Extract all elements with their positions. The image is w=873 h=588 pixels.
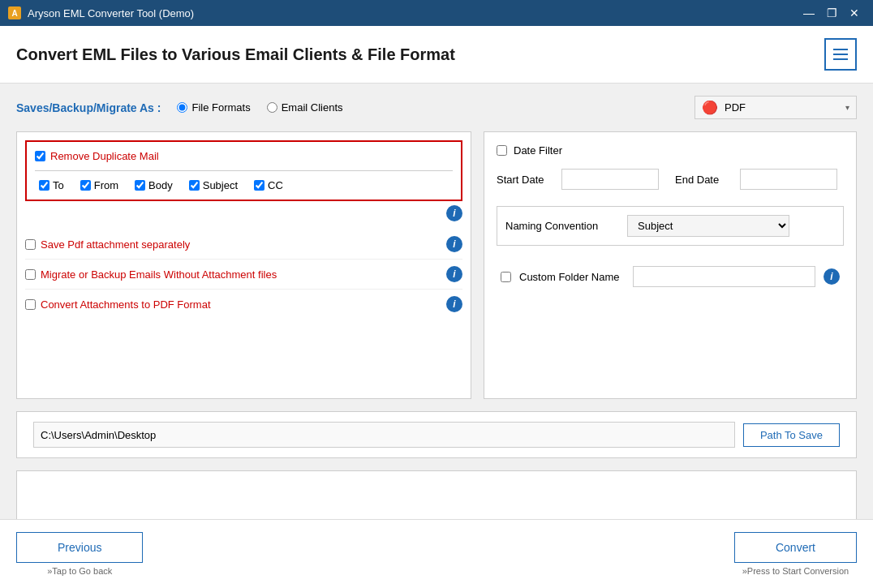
app-icon: A — [8, 6, 21, 19]
separator — [35, 170, 453, 171]
end-date-label: End Date — [675, 174, 732, 186]
save-pdf-label[interactable]: Save Pdf attachment separately — [41, 238, 190, 251]
convert-btn[interactable]: Convert — [734, 532, 857, 563]
to-checkbox[interactable] — [39, 180, 49, 191]
date-filter-row: Date Filter — [497, 144, 844, 157]
body-checkbox[interactable] — [135, 180, 145, 191]
option-migrate: Migrate or Backup Emails Without Attachm… — [25, 260, 462, 290]
start-date-label: Start Date — [497, 174, 553, 186]
email-clients-radio[interactable] — [267, 102, 277, 113]
subject-checkbox[interactable] — [189, 180, 200, 191]
page-title: Convert EML Files to Various Email Clien… — [16, 45, 455, 64]
save-pdf-checkbox[interactable] — [25, 239, 36, 250]
main-content: Saves/Backup/Migrate As : File Formats E… — [0, 84, 873, 556]
path-section: Path To Save — [16, 411, 857, 458]
minimize-btn[interactable]: — — [798, 5, 819, 21]
saves-as-label: Saves/Backup/Migrate As : — [16, 101, 161, 114]
right-panel: Date Filter Start Date End Date Naming C… — [484, 131, 857, 399]
custom-folder-info-btn[interactable]: i — [824, 268, 840, 285]
end-date-input[interactable] — [740, 169, 837, 190]
previous-btn[interactable]: Previous — [16, 532, 143, 563]
duplicate-header: Remove Duplicate Mail — [35, 150, 453, 162]
migrate-checkbox[interactable] — [25, 269, 36, 280]
pdf-icon: 🔴 — [702, 100, 718, 115]
cc-checkbox[interactable] — [254, 180, 264, 191]
convert-attachments-info-btn[interactable]: i — [446, 296, 462, 312]
duplicate-mail-section: Remove Duplicate Mail To From Body — [25, 140, 462, 201]
close-btn[interactable]: ✕ — [844, 5, 865, 21]
duplicate-fields-row: To From Body Subject — [35, 179, 453, 191]
hamburger-menu-btn[interactable] — [824, 38, 857, 71]
custom-folder-checkbox[interactable] — [501, 272, 511, 282]
left-panel: Remove Duplicate Mail To From Body — [16, 131, 471, 399]
date-filter-label[interactable]: Date Filter — [514, 144, 562, 157]
format-dropdown[interactable]: 🔴 PDF ▾ — [695, 96, 857, 119]
save-path-input[interactable] — [33, 422, 735, 448]
naming-convention-select[interactable]: Subject — [627, 215, 789, 237]
field-cc[interactable]: CC — [254, 179, 283, 191]
previous-hint: »Tap to Go back — [47, 566, 112, 576]
previous-group: Previous »Tap to Go back — [16, 532, 143, 576]
custom-folder-row: Custom Folder Name i — [497, 262, 844, 291]
two-column-layout: Remove Duplicate Mail To From Body — [16, 131, 857, 399]
naming-convention-label: Naming Convention — [505, 220, 619, 232]
custom-folder-input[interactable] — [633, 266, 815, 287]
field-subject[interactable]: Subject — [189, 179, 238, 191]
option-save-pdf: Save Pdf attachment separately i — [25, 230, 462, 260]
format-radio-group: File Formats Email Clients — [177, 101, 342, 114]
naming-convention-row: Naming Convention Subject — [497, 206, 844, 246]
field-body[interactable]: Body — [135, 179, 173, 191]
dropdown-arrow-icon: ▾ — [845, 103, 849, 112]
path-to-save-btn[interactable]: Path To Save — [743, 423, 840, 447]
date-filter-checkbox[interactable] — [497, 145, 507, 156]
duplicate-info-btn[interactable]: i — [446, 205, 462, 221]
file-formats-option[interactable]: File Formats — [177, 101, 250, 114]
save-pdf-info-btn[interactable]: i — [446, 236, 462, 252]
remove-duplicate-checkbox[interactable] — [35, 151, 45, 161]
start-date-input[interactable] — [561, 169, 659, 190]
title-bar-text: Aryson EML Converter Tool (Demo) — [28, 7, 194, 19]
maximize-btn[interactable]: ❐ — [821, 5, 842, 21]
menu-line — [833, 54, 848, 55]
file-formats-radio[interactable] — [177, 102, 187, 113]
date-range-row: Start Date End Date — [497, 169, 844, 190]
from-checkbox[interactable] — [80, 180, 91, 191]
app-header: Convert EML Files to Various Email Clien… — [0, 26, 873, 84]
field-from[interactable]: From — [80, 179, 118, 191]
custom-folder-label[interactable]: Custom Folder Name — [519, 271, 625, 283]
menu-line — [833, 58, 848, 60]
field-to[interactable]: To — [39, 179, 64, 191]
remove-duplicate-label[interactable]: Remove Duplicate Mail — [50, 150, 159, 162]
window-controls: — ❐ ✕ — [798, 5, 865, 21]
convert-attachments-checkbox[interactable] — [25, 299, 36, 310]
migrate-label[interactable]: Migrate or Backup Emails Without Attachm… — [41, 268, 277, 281]
format-dropdown-label: PDF — [725, 101, 839, 114]
format-selector-row: Saves/Backup/Migrate As : File Formats E… — [16, 96, 857, 119]
email-clients-option[interactable]: Email Clients — [267, 101, 343, 114]
migrate-info-btn[interactable]: i — [446, 266, 462, 282]
option-convert-attachments: Convert Attachments to PDF Format i — [25, 290, 462, 319]
title-bar: A Aryson EML Converter Tool (Demo) — ❐ ✕ — [0, 0, 873, 26]
convert-group: Convert »Press to Start Conversion — [734, 532, 857, 576]
menu-line — [833, 49, 848, 50]
convert-attachments-label[interactable]: Convert Attachments to PDF Format — [41, 298, 211, 311]
footer: Previous »Tap to Go back Convert »Press … — [0, 519, 873, 588]
convert-hint: »Press to Start Conversion — [742, 566, 849, 576]
